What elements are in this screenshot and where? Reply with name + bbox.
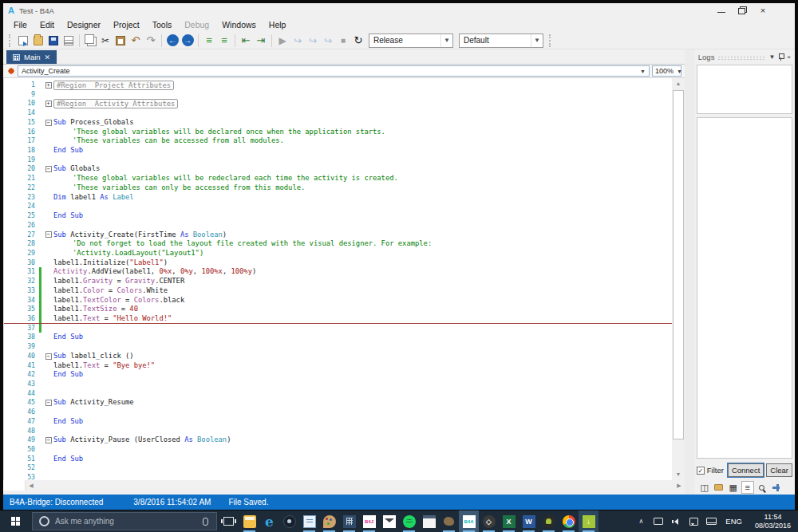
find-icon[interactable] xyxy=(61,33,76,47)
tray-chevron-icon[interactable]: ∧ xyxy=(632,518,650,525)
code-line[interactable]: 48 xyxy=(4,427,672,436)
code-line[interactable]: 50 xyxy=(4,445,672,455)
filter-checkbox[interactable]: ✓ xyxy=(697,467,705,475)
collapse-icon[interactable]: − xyxy=(45,166,52,172)
collapse-icon[interactable]: − xyxy=(45,437,52,443)
clock[interactable]: 11:54 08/03/2016 xyxy=(748,513,798,530)
cortana-search[interactable]: Ask me anything xyxy=(32,512,217,530)
start-button[interactable] xyxy=(0,510,32,532)
scroll-down-icon[interactable]: ▼ xyxy=(673,469,684,480)
code-line[interactable]: 1+#Region Project Attributes xyxy=(4,81,672,90)
code-line[interactable]: 46 xyxy=(4,408,672,417)
toolbar-grip[interactable] xyxy=(549,34,553,47)
code-line[interactable]: 49−Sub Activity_Pause (UserClosed As Boo… xyxy=(4,435,672,445)
code-line[interactable]: 43 xyxy=(4,380,672,389)
taskbar-excel[interactable]: X xyxy=(499,510,519,532)
code-line[interactable]: 45−Sub Activity_Resume xyxy=(4,398,672,408)
code-editor[interactable]: 1+#Region Project Attributes910+#Region … xyxy=(3,78,685,480)
tab-main[interactable]: Main ✕ xyxy=(6,50,57,64)
code-line[interactable]: 18End Sub xyxy=(4,146,672,156)
compare-icon[interactable]: ◫ xyxy=(698,481,711,494)
code-line[interactable]: 44 xyxy=(4,389,672,399)
paste-icon[interactable] xyxy=(113,33,128,47)
sub-navigator-select[interactable]: Activity_Create ▼ xyxy=(18,65,650,77)
outdent-icon[interactable]: ⇤ xyxy=(239,33,253,47)
taskbar-chrome[interactable] xyxy=(559,510,579,532)
taskbar-b4j[interactable]: B4J xyxy=(359,510,379,532)
collapse-icon[interactable]: − xyxy=(45,400,52,406)
expand-icon[interactable]: + xyxy=(45,82,52,89)
tools-icon[interactable] xyxy=(770,481,783,494)
microphone-icon[interactable] xyxy=(203,518,208,526)
code-line[interactable]: 36label1.Text = "Hello World!" xyxy=(4,314,672,324)
navigate-forward-icon[interactable]: → xyxy=(180,33,195,47)
run-icon[interactable]: ▶ xyxy=(275,33,290,47)
code-line[interactable]: 41label1.Text = "Bye bye!" xyxy=(4,361,672,371)
panel-close-icon[interactable]: × xyxy=(787,53,791,61)
menu-windows[interactable]: Windows xyxy=(216,18,262,31)
taskbar-file-explorer[interactable] xyxy=(239,510,259,532)
files-icon[interactable] xyxy=(713,481,725,494)
uncomment-icon[interactable]: ≡ xyxy=(217,33,231,47)
step-over-icon[interactable]: ↪ xyxy=(306,33,320,47)
collapsed-region[interactable]: #Region Project Attributes xyxy=(53,81,174,90)
horizontal-scroll-track[interactable] xyxy=(37,480,674,491)
taskbar-paint[interactable] xyxy=(319,510,339,532)
menu-file[interactable]: File xyxy=(8,18,33,31)
navigate-back-icon[interactable]: ← xyxy=(165,33,180,47)
collapse-icon[interactable]: − xyxy=(45,231,52,238)
taskbar-notepad[interactable] xyxy=(299,510,319,532)
code-line[interactable]: 34label1.TextColor = Colors.black xyxy=(4,296,672,305)
collapse-icon[interactable]: − xyxy=(45,120,52,126)
taskbar-edge[interactable]: e xyxy=(259,510,279,532)
taskbar-steam[interactable] xyxy=(279,510,299,532)
open-icon[interactable] xyxy=(31,33,45,47)
pin-icon[interactable] xyxy=(778,53,784,61)
new-file-icon[interactable] xyxy=(16,33,30,47)
scroll-up-icon[interactable]: ▲ xyxy=(673,78,684,89)
taskbar-calendar[interactable] xyxy=(419,510,439,532)
code-line[interactable]: 28'Do not forget to load the layout file… xyxy=(4,239,672,249)
code-line[interactable]: 53 xyxy=(4,473,672,480)
vertical-scroll-thumb[interactable] xyxy=(673,90,684,439)
copy-icon[interactable] xyxy=(83,33,97,47)
search-icon[interactable] xyxy=(756,481,768,494)
taskbar-android-studio[interactable] xyxy=(539,510,559,532)
volume-icon[interactable] xyxy=(667,518,685,525)
taskbar-unity[interactable]: ◇ xyxy=(479,510,499,532)
code-line[interactable]: 39 xyxy=(4,342,672,352)
scroll-left-icon[interactable]: ◀ xyxy=(26,483,37,489)
step-into-icon[interactable]: ↪ xyxy=(290,33,305,47)
collapse-icon[interactable]: − xyxy=(45,353,52,360)
language-indicator[interactable]: ENG xyxy=(720,517,748,526)
code-line[interactable]: 29'Activity.LoadLayout("Layout1") xyxy=(4,249,672,258)
menu-edit[interactable]: Edit xyxy=(34,18,60,31)
code-line[interactable]: 10+#Region Activity Attributes xyxy=(4,99,672,108)
menu-help[interactable]: Help xyxy=(263,18,292,31)
code-line[interactable]: 42End Sub xyxy=(4,370,672,380)
redo-icon[interactable]: ↷ xyxy=(144,33,158,47)
restore-button[interactable] xyxy=(737,6,747,14)
code-line[interactable]: 40−Sub label1_click () xyxy=(4,352,672,361)
code-line[interactable]: 19 xyxy=(4,156,672,165)
step-out-icon[interactable]: ↪ xyxy=(321,33,335,47)
stop-icon[interactable]: ■ xyxy=(336,33,350,47)
panel-drag-handle[interactable] xyxy=(717,56,765,61)
task-view-button[interactable] xyxy=(217,510,239,532)
code-line[interactable]: 21'These global variables will be redecl… xyxy=(4,174,672,183)
code-line[interactable]: 26 xyxy=(4,221,672,231)
code-line[interactable]: 14 xyxy=(4,108,672,118)
code-line[interactable]: 20−Sub Globals xyxy=(4,164,672,174)
panel-splitter[interactable] xyxy=(685,49,694,495)
taskbar-calculator[interactable] xyxy=(339,510,359,532)
code-line[interactable]: 37 xyxy=(4,324,672,333)
code-line[interactable]: 24 xyxy=(4,202,672,211)
code-line[interactable]: 32label1.Gravity = Gravity.CENTER xyxy=(4,277,672,286)
code-line[interactable]: 22'These variables can only be accessed … xyxy=(4,183,672,193)
code-line[interactable]: 25End Sub xyxy=(4,211,672,221)
taskbar-b4a[interactable]: B4A xyxy=(459,510,479,532)
log-output-upper[interactable] xyxy=(697,65,792,114)
undo-icon[interactable]: ↶ xyxy=(128,33,143,47)
panel-menu-icon[interactable]: ▼ xyxy=(768,53,775,61)
collapsed-region[interactable]: #Region Activity Attributes xyxy=(53,99,178,108)
